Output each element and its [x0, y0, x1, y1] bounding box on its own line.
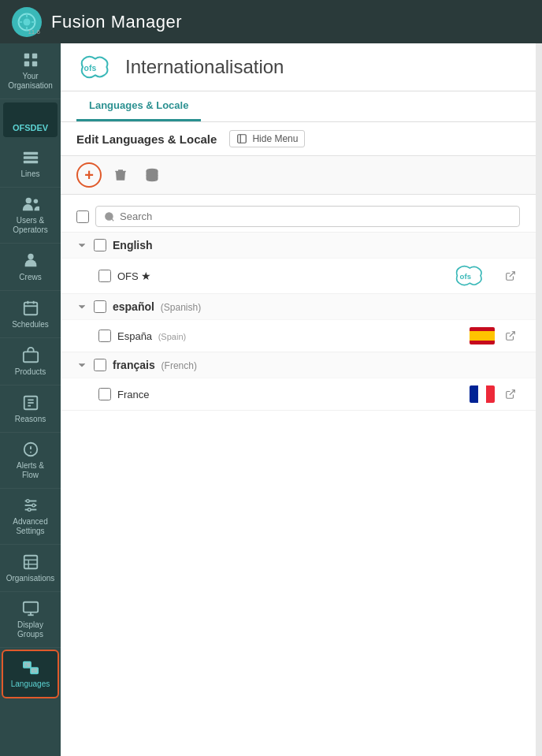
tab-languages-locale[interactable]: Languages & Locale — [76, 91, 201, 121]
svg-point-15 — [28, 253, 33, 259]
sidebar-item-organisation-label: YourOrganisation — [8, 72, 53, 91]
spain-flag — [470, 327, 495, 344]
svg-point-1 — [24, 18, 31, 25]
sidebar-item-products-label: Products — [15, 367, 46, 377]
svg-rect-6 — [24, 54, 28, 58]
version-label: 11.6 — [28, 28, 40, 35]
svg-text:文: 文 — [32, 668, 35, 673]
sidebar-item-organisations-label: Organisations — [6, 574, 55, 583]
external-link-icon-ofs[interactable] — [501, 266, 520, 285]
espana-item-label: España (Spain) — [117, 330, 463, 342]
database-button[interactable] — [139, 162, 165, 188]
add-button[interactable]: + — [76, 162, 102, 188]
topbar: 11.6 Fusion Manager — [0, 0, 542, 43]
sidebar-item-advanced[interactable]: AdvancedSettings — [0, 489, 61, 545]
espana-checkbox[interactable] — [98, 330, 111, 342]
sidebar-item-crews-label: Crews — [19, 273, 41, 282]
ofsdev-label: OFSDEV — [13, 123, 48, 132]
list-item: France — [61, 378, 536, 410]
spanish-label: español (Spanish) — [113, 300, 201, 313]
espana-sublabel: (Spain) — [158, 332, 186, 341]
select-all-checkbox[interactable] — [76, 210, 89, 223]
sidebar-item-languages-label: Languages — [11, 680, 50, 689]
search-icon — [104, 211, 115, 222]
spanish-sublabel: (Spanish) — [161, 302, 201, 313]
hide-menu-label: Hide Menu — [252, 133, 298, 144]
svg-rect-11 — [23, 156, 37, 159]
svg-rect-20 — [23, 352, 37, 362]
content-area: ofs Internationalisation Languages & Loc… — [61, 43, 536, 756]
chevron-icon-french[interactable] — [76, 359, 87, 371]
sidebar-item-advanced-label: AdvancedSettings — [13, 517, 47, 536]
sidebar-item-alerts-label: Alerts &Flow — [17, 461, 44, 480]
france-item-label: France — [117, 389, 463, 400]
sidebar-item-languages[interactable]: A 文 Languages — [2, 650, 59, 698]
sidebar-item-schedules-label: Schedules — [12, 320, 49, 330]
app-logo: 11.6 — [12, 7, 42, 37]
svg-line-53 — [510, 390, 514, 395]
external-link-icon-espana[interactable] — [501, 326, 520, 345]
sidebar-item-organisation[interactable]: YourOrganisation — [0, 43, 61, 99]
language-group-french: français (French) France — [61, 352, 536, 411]
search-row — [61, 201, 536, 233]
list-item: OFS ★ ofs — [61, 258, 536, 293]
sidebar-item-reasons[interactable]: Reasons — [0, 385, 61, 433]
sidebar-item-organisations[interactable]: Organisations — [0, 545, 61, 592]
svg-text:ofs: ofs — [460, 272, 471, 281]
hide-menu-button[interactable]: Hide Menu — [229, 130, 305, 147]
external-link-icon-france[interactable] — [501, 385, 520, 404]
search-input[interactable] — [120, 210, 511, 222]
france-checkbox[interactable] — [98, 388, 111, 400]
delete-icon — [113, 168, 128, 182]
edit-title: Edit Languages & Locale — [76, 132, 217, 146]
svg-point-32 — [28, 508, 31, 512]
database-icon — [145, 168, 159, 182]
svg-rect-8 — [24, 61, 28, 66]
sidebar-item-crews[interactable]: Crews — [0, 244, 61, 291]
app-title: Fusion Manager — [51, 12, 182, 32]
svg-point-30 — [26, 500, 29, 503]
sidebar: YourOrganisation OFSDEV Lines Users &Ope… — [0, 43, 61, 756]
page-title: Internationalisation — [125, 56, 284, 78]
ofs-checkbox[interactable] — [98, 270, 111, 282]
sidebar-item-products[interactable]: Products — [0, 338, 61, 385]
ofs-logo: ofs — [76, 53, 116, 81]
french-checkbox[interactable] — [94, 359, 106, 371]
sidebar-item-ofsdev[interactable]: OFSDEV — [3, 102, 58, 137]
english-checkbox[interactable] — [94, 239, 106, 251]
search-input-wrap — [95, 206, 520, 227]
sidebar-item-display[interactable]: DisplayGroups — [0, 592, 61, 648]
sidebar-item-schedules[interactable]: Schedules — [0, 291, 61, 338]
english-label: English — [113, 239, 153, 251]
chevron-icon-spanish[interactable] — [76, 301, 87, 312]
list-item: España (Spain) — [61, 319, 536, 352]
svg-rect-7 — [32, 54, 36, 58]
sidebar-item-lines[interactable]: Lines — [0, 140, 61, 188]
delete-button[interactable] — [108, 162, 133, 188]
spanish-checkbox[interactable] — [94, 300, 106, 313]
svg-rect-9 — [32, 61, 36, 66]
svg-rect-33 — [24, 555, 37, 568]
svg-point-26 — [30, 452, 32, 453]
language-header-spanish: español (Spanish) — [61, 294, 536, 319]
right-border — [536, 43, 542, 756]
tab-bar: Languages & Locale — [61, 91, 536, 122]
svg-text:ofs: ofs — [84, 64, 97, 73]
svg-rect-45 — [238, 135, 247, 143]
svg-point-13 — [25, 198, 31, 203]
language-group-english: English OFS ★ ofs — [61, 233, 536, 294]
svg-point-31 — [32, 504, 35, 507]
list-area: English OFS ★ ofs — [61, 195, 536, 756]
sidebar-item-users[interactable]: Users &Operators — [0, 188, 61, 244]
language-header-french: français (French) — [61, 352, 536, 378]
star-icon: ★ — [141, 270, 151, 282]
sidebar-item-users-label: Users &Operators — [13, 216, 47, 235]
svg-line-52 — [510, 332, 514, 337]
chevron-icon-english[interactable] — [76, 240, 87, 251]
main-layout: YourOrganisation OFSDEV Lines Users &Ope… — [0, 43, 542, 756]
page-header: ofs Internationalisation — [61, 43, 536, 91]
svg-line-49 — [112, 218, 114, 221]
sidebar-item-alerts[interactable]: Alerts &Flow — [0, 433, 61, 489]
language-header-english: English — [61, 233, 536, 258]
french-sublabel: (French) — [161, 360, 197, 371]
